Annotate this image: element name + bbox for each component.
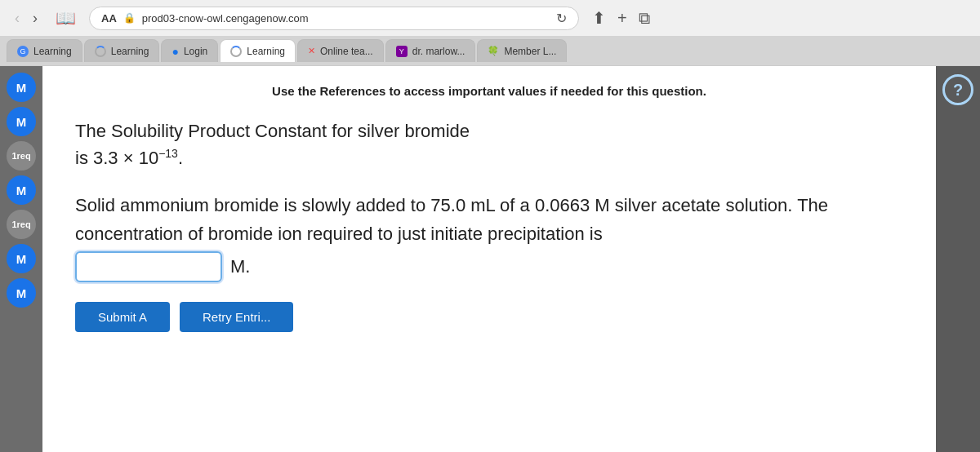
sidebar-item-m5[interactable]: M [7,278,36,308]
tab-label-4: Learning [247,46,285,57]
sidebar-label-1req: 1req [11,151,30,161]
retry-button[interactable]: Retry Entri... [180,302,293,332]
help-button[interactable]: ? [942,74,973,105]
browser-content: M M 1req M 1req M M Use the References t… [0,66,980,452]
para1-line2: is 3.3 × 10 [75,148,158,168]
tab-7[interactable]: 🍀 Member L... [477,39,567,62]
answer-unit: M. [230,252,250,281]
reload-icon[interactable]: ↻ [556,11,567,26]
tab-label-2: Learning [111,46,149,57]
address-bar[interactable]: AA 🔒 prod03-cnow-owl.cengagenow.com ↻ [89,7,579,30]
browser-chrome: ‹ › 📖 AA 🔒 prod03-cnow-owl.cengagenow.co… [0,0,980,66]
copy-icon[interactable]: ⧉ [639,9,650,28]
tab-1[interactable]: G Learning [7,39,82,62]
toolbar-actions: ⬆ + ⧉ [592,8,650,28]
answer-input[interactable] [75,251,222,282]
tab-label-6: dr. marlow... [412,46,466,57]
url-display: prod03-cnow-owl.cengagenow.com [142,12,550,24]
sidebar-label-m4: M [16,252,27,266]
question-para1: The Solubility Product Constant for silv… [75,117,903,171]
add-tab-icon[interactable]: + [617,9,627,28]
sidebar-item-1req[interactable]: 1req [7,141,36,171]
sidebar-item-m4[interactable]: M [7,244,36,273]
sidebar-item-m3[interactable]: M [7,175,36,205]
title-bar: ‹ › 📖 AA 🔒 prod03-cnow-owl.cengagenow.co… [0,0,980,36]
tab-label-3: Login [184,46,207,57]
tab-4[interactable]: Learning [220,39,296,62]
help-icon: ? [953,81,963,100]
tab-2[interactable]: Learning [84,39,160,62]
tab-5[interactable]: ✕ Online tea... [297,39,384,62]
sidebar-label-m5: M [16,286,27,300]
tab-favicon-1: G [17,46,29,57]
para1-end: . [178,148,183,168]
aa-label[interactable]: AA [101,12,117,24]
answer-row: M. [75,251,903,282]
lock-icon: 🔒 [123,12,136,24]
sidebar-label-m3: M [16,184,27,197]
para1-exponent: −13 [158,146,178,159]
right-panel: ? [936,66,980,452]
tab-6[interactable]: Y dr. marlow... [385,39,476,62]
bookmarks-icon[interactable]: 📖 [56,8,76,28]
share-icon[interactable]: ⬆ [592,8,606,28]
tab-favicon-6: Y [396,46,408,57]
forward-button[interactable]: › [28,7,42,30]
tab-label-5: Online tea... [320,46,373,57]
bottom-bar: Submit A Retry Entri... [75,302,903,332]
sidebar-label-m1: M [16,81,27,95]
tab-favicon-5: ✕ [308,46,315,56]
para1-line1: The Solubility Product Constant for silv… [75,121,470,141]
tab-favicon-4 [230,46,242,57]
left-sidebar: M M 1req M 1req M M [0,66,42,452]
tab-label-7: Member L... [504,46,556,57]
tabs-bar: G Learning Learning ● Login Learning ✕ O… [0,36,980,65]
sidebar-label-m2: M [16,115,27,129]
sidebar-item-m2[interactable]: M [7,107,36,136]
tab-favicon-7: 🍀 [488,46,499,56]
tab-label-1: Learning [33,46,72,57]
submit-button[interactable]: Submit A [75,302,170,332]
tab-3[interactable]: ● Login [161,39,218,62]
nav-buttons: ‹ › [10,7,42,30]
sidebar-item-m1[interactable]: M [7,73,36,102]
main-content: Use the References to access important v… [42,66,936,452]
back-button[interactable]: ‹ [10,7,24,30]
question-para2: Solid ammonium bromide is slowly added t… [75,191,903,282]
tab-favicon-2 [95,46,106,57]
para2-text: Solid ammonium bromide is slowly added t… [75,195,828,244]
sidebar-label-1req2: 1req [11,219,30,229]
question-header: Use the References to access important v… [75,82,903,101]
tab-favicon-3: ● [172,45,178,58]
sidebar-item-1req2[interactable]: 1req [7,210,36,239]
